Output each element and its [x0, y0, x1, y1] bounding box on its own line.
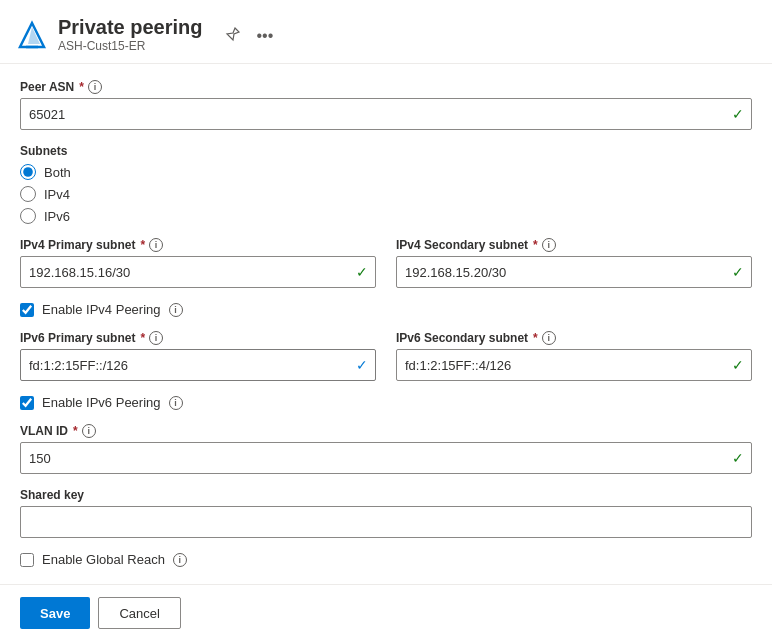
ipv4-secondary-input-wrapper: ✓ — [396, 256, 752, 288]
subnet-both-radio[interactable] — [20, 164, 36, 180]
page-subtitle: ASH-Cust15-ER — [58, 39, 203, 53]
subnet-ipv6-radio[interactable] — [20, 208, 36, 224]
ipv4-primary-check-icon: ✓ — [356, 264, 368, 280]
ipv4-secondary-info-icon[interactable]: i — [542, 238, 556, 252]
form-footer: Save Cancel — [0, 584, 772, 641]
ipv4-subnets-row: IPv4 Primary subnet * i ✓ IPv4 Secondary… — [20, 238, 752, 288]
subnet-ipv4-radio[interactable] — [20, 186, 36, 202]
peer-asn-check-icon: ✓ — [732, 106, 744, 122]
enable-global-reach-label: Enable Global Reach — [42, 552, 165, 567]
peer-asn-info-icon[interactable]: i — [88, 80, 102, 94]
shared-key-input-wrapper — [20, 506, 752, 538]
subnet-radio-group: Both IPv4 IPv6 — [20, 164, 752, 224]
ipv6-secondary-info-icon[interactable]: i — [542, 331, 556, 345]
cancel-button[interactable]: Cancel — [98, 597, 180, 629]
ipv6-primary-check-icon: ✓ — [356, 357, 368, 373]
ipv4-secondary-check-icon: ✓ — [732, 264, 744, 280]
vlan-id-input-wrapper: ✓ — [20, 442, 752, 474]
ipv4-primary-group: IPv4 Primary subnet * i ✓ — [20, 238, 376, 288]
ipv6-primary-group: IPv6 Primary subnet * i ✓ — [20, 331, 376, 381]
ipv6-primary-info-icon[interactable]: i — [149, 331, 163, 345]
save-button[interactable]: Save — [20, 597, 90, 629]
shared-key-label: Shared key — [20, 488, 752, 502]
subnet-both-label: Both — [44, 165, 71, 180]
subnet-ipv6-option[interactable]: IPv6 — [20, 208, 752, 224]
ipv4-secondary-label: IPv4 Secondary subnet * i — [396, 238, 752, 252]
enable-ipv6-peering-checkbox[interactable] — [20, 396, 34, 410]
ipv6-subnets-row: IPv6 Primary subnet * i ✓ IPv6 Secondary… — [20, 331, 752, 381]
vlan-id-label: VLAN ID * i — [20, 424, 752, 438]
enable-ipv4-peering-row: Enable IPv4 Peering i — [20, 302, 752, 317]
ipv6-primary-label: IPv6 Primary subnet * i — [20, 331, 376, 345]
subnets-label: Subnets — [20, 144, 752, 158]
enable-ipv4-peering-checkbox[interactable] — [20, 303, 34, 317]
enable-ipv4-peering-label: Enable IPv4 Peering — [42, 302, 161, 317]
subnet-ipv6-label: IPv6 — [44, 209, 70, 224]
ipv6-secondary-input[interactable] — [396, 349, 752, 381]
enable-ipv6-peering-row: Enable IPv6 Peering i — [20, 395, 752, 410]
enable-ipv6-peering-info-icon[interactable]: i — [169, 396, 183, 410]
header-actions: ••• — [221, 24, 278, 48]
subnets-group: Subnets Both IPv4 IPv6 — [20, 144, 752, 224]
ipv4-primary-input-wrapper: ✓ — [20, 256, 376, 288]
peer-asn-label: Peer ASN * i — [20, 80, 752, 94]
enable-ipv6-peering-label: Enable IPv6 Peering — [42, 395, 161, 410]
enable-global-reach-row: Enable Global Reach i — [20, 552, 752, 567]
vlan-id-input[interactable] — [20, 442, 752, 474]
ipv4-primary-info-icon[interactable]: i — [149, 238, 163, 252]
enable-ipv4-peering-info-icon[interactable]: i — [169, 303, 183, 317]
ipv6-secondary-group: IPv6 Secondary subnet * i ✓ — [396, 331, 752, 381]
ipv4-secondary-input[interactable] — [396, 256, 752, 288]
enable-global-reach-checkbox[interactable] — [20, 553, 34, 567]
azure-logo-icon — [16, 19, 48, 51]
header-text: Private peering ASH-Cust15-ER — [58, 16, 203, 53]
peer-asn-input[interactable] — [20, 98, 752, 130]
vlan-id-group: VLAN ID * i ✓ — [20, 424, 752, 474]
peer-asn-group: Peer ASN * i ✓ — [20, 80, 752, 130]
ipv4-primary-label: IPv4 Primary subnet * i — [20, 238, 376, 252]
shared-key-group: Shared key — [20, 488, 752, 538]
ipv6-secondary-label: IPv6 Secondary subnet * i — [396, 331, 752, 345]
more-options-button[interactable]: ••• — [253, 25, 278, 47]
pin-button[interactable] — [221, 24, 245, 48]
subnet-ipv4-label: IPv4 — [44, 187, 70, 202]
vlan-id-info-icon[interactable]: i — [82, 424, 96, 438]
form-content: Peer ASN * i ✓ Subnets Both IPv4 — [0, 64, 772, 584]
vlan-id-check-icon: ✓ — [732, 450, 744, 466]
ipv6-secondary-input-wrapper: ✓ — [396, 349, 752, 381]
subnet-ipv4-option[interactable]: IPv4 — [20, 186, 752, 202]
peer-asn-input-wrapper: ✓ — [20, 98, 752, 130]
ipv6-primary-input-wrapper: ✓ — [20, 349, 376, 381]
shared-key-input[interactable] — [20, 506, 752, 538]
ipv6-primary-input[interactable] — [20, 349, 376, 381]
enable-global-reach-info-icon[interactable]: i — [173, 553, 187, 567]
ipv6-secondary-check-icon: ✓ — [732, 357, 744, 373]
ipv4-primary-input[interactable] — [20, 256, 376, 288]
page-title: Private peering — [58, 16, 203, 39]
subnet-both-option[interactable]: Both — [20, 164, 752, 180]
ipv4-secondary-group: IPv4 Secondary subnet * i ✓ — [396, 238, 752, 288]
page-header: Private peering ASH-Cust15-ER ••• — [0, 0, 772, 64]
